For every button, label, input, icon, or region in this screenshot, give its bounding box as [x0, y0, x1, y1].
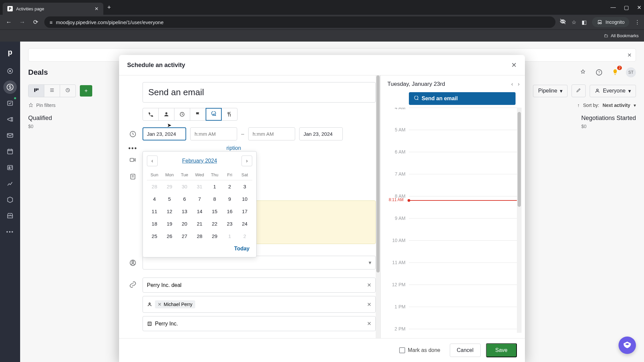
person-chip[interactable]: ✕Michael Perry — [155, 300, 195, 308]
type-task-icon[interactable] — [174, 108, 190, 121]
hour-row[interactable]: 4 AM — [387, 108, 517, 130]
hour-row[interactable]: 11 AM — [387, 262, 517, 285]
calendar-day[interactable]: 18 — [147, 218, 162, 230]
prev-day-button[interactable]: ‹ — [511, 81, 513, 87]
start-date-input[interactable] — [143, 127, 186, 140]
clear-person-icon[interactable]: ✕ — [367, 301, 371, 308]
calendar-day[interactable]: 5 — [162, 193, 177, 205]
calendar-day[interactable]: 3 — [237, 180, 252, 193]
calendar-day[interactable]: 8 — [207, 193, 222, 205]
new-tab-button[interactable]: + — [107, 4, 111, 11]
calendar-day[interactable]: 11 — [147, 205, 162, 218]
hour-row[interactable]: 7 AM — [387, 174, 517, 196]
linked-org-input[interactable]: Perry Inc. ✕ — [143, 316, 376, 331]
mark-as-done-checkbox[interactable]: Mark as done — [399, 347, 440, 353]
end-date-input[interactable] — [299, 127, 343, 140]
calendar-day[interactable]: 26 — [162, 230, 177, 242]
calendar-day[interactable]: 25 — [147, 230, 162, 242]
minimize-icon[interactable]: — — [610, 4, 616, 11]
today-button[interactable]: Today — [147, 242, 252, 253]
type-deadline-icon[interactable] — [190, 108, 206, 121]
activity-name-input[interactable] — [143, 82, 376, 103]
address-bar[interactable]: ≡ moodjoy.pipedrive.com/pipeline/1/user/… — [44, 16, 555, 28]
hour-row[interactable]: 8 AM — [387, 196, 517, 218]
calendar-day[interactable]: 29 — [162, 180, 177, 193]
calendar-day[interactable]: 4 — [147, 193, 162, 205]
back-button[interactable]: ← — [4, 19, 13, 26]
hour-row[interactable]: 10 AM — [387, 240, 517, 262]
prev-month-button[interactable]: ‹ — [147, 156, 158, 166]
calendar-day[interactable]: 20 — [177, 218, 192, 230]
tab-close-icon[interactable]: ✕ — [95, 6, 99, 11]
all-bookmarks-button[interactable]: 🗀 All Bookmarks — [604, 33, 639, 38]
calendar-day[interactable]: 19 — [162, 218, 177, 230]
sidepanel-icon[interactable]: ◧ — [582, 19, 587, 25]
calendar-day[interactable]: 1 — [207, 180, 222, 193]
hour-row[interactable]: 12 PM — [387, 285, 517, 307]
linked-person-input[interactable]: ✕Michael Perry ✕ — [143, 296, 376, 313]
calendar-day[interactable]: 21 — [192, 218, 207, 230]
calendar-day[interactable]: 10 — [237, 193, 252, 205]
hour-row[interactable]: 5 AM — [387, 130, 517, 152]
hour-row[interactable]: 2 PM — [387, 329, 517, 333]
timeline-scrollbar[interactable] — [517, 108, 522, 333]
calendar-day[interactable]: 27 — [177, 230, 192, 242]
type-meeting-icon[interactable] — [158, 108, 174, 121]
calendar-day[interactable]: 22 — [207, 218, 222, 230]
calendar-day[interactable]: 28 — [192, 230, 207, 242]
type-call-icon[interactable] — [143, 108, 159, 121]
more-options-icon[interactable]: ••• — [127, 144, 139, 152]
incognito-eye-icon[interactable] — [559, 18, 566, 26]
calendar-day[interactable]: 23 — [222, 218, 237, 230]
calendar-day[interactable]: 12 — [162, 205, 177, 218]
hour-row[interactable]: 6 AM — [387, 152, 517, 174]
calendar-day[interactable]: 24 — [237, 218, 252, 230]
calendar-day[interactable]: 30 — [177, 180, 192, 193]
timeline[interactable]: 4 AM5 AM6 AM7 AM8 AM9 AM10 AM11 AM12 PM1… — [387, 108, 522, 333]
calendar-day[interactable]: 9 — [222, 193, 237, 205]
linked-deal-input[interactable]: Perry Inc. deal ✕ — [143, 278, 376, 293]
clear-org-icon[interactable]: ✕ — [367, 320, 371, 327]
calendar-day[interactable]: 16 — [222, 205, 237, 218]
calendar-day[interactable]: 7 — [192, 193, 207, 205]
calendar-day[interactable]: 15 — [207, 205, 222, 218]
calendar-day[interactable]: 14 — [192, 205, 207, 218]
owner-select[interactable]: ▾ — [143, 256, 376, 269]
calendar-day[interactable]: 6 — [177, 193, 192, 205]
calendar-day[interactable]: 29 — [207, 230, 222, 242]
reload-button[interactable]: ⟳ — [31, 18, 40, 26]
maximize-icon[interactable]: ▢ — [624, 4, 629, 11]
month-year-label[interactable]: February 2024 — [182, 158, 217, 164]
start-time-input[interactable] — [190, 127, 237, 140]
checkbox-icon[interactable] — [399, 347, 405, 353]
type-email-icon[interactable] — [206, 108, 222, 121]
calendar-day[interactable]: 2 — [222, 180, 237, 193]
hour-row[interactable]: 1 PM — [387, 307, 517, 329]
help-fab[interactable] — [619, 337, 636, 354]
modal-close-button[interactable]: ✕ — [511, 61, 517, 69]
all-day-event[interactable]: Send an email — [409, 92, 516, 105]
calendar-day[interactable]: 17 — [237, 205, 252, 218]
calendar-day[interactable]: 1 — [222, 230, 237, 242]
add-description-link[interactable]: ription — [226, 145, 241, 151]
clear-deal-icon[interactable]: ✕ — [367, 282, 371, 288]
chip-remove-icon[interactable]: ✕ — [158, 302, 162, 307]
browser-tab[interactable]: P Activities page ✕ — [3, 3, 103, 15]
bookmark-star-icon[interactable]: ☆ — [572, 19, 576, 25]
hour-row[interactable]: 9 AM — [387, 218, 517, 240]
calendar-day[interactable]: 13 — [177, 205, 192, 218]
cancel-button[interactable]: Cancel — [450, 344, 481, 357]
next-day-button[interactable]: › — [518, 81, 520, 87]
form-scrollbar[interactable] — [376, 75, 380, 338]
calendar-day[interactable]: 2 — [237, 230, 252, 242]
end-time-input[interactable] — [248, 127, 295, 140]
browser-menu-icon[interactable]: ⋮ — [635, 19, 640, 25]
calendar-day[interactable]: 28 — [147, 180, 162, 193]
next-month-button[interactable]: › — [241, 156, 252, 166]
calendar-day[interactable]: 31 — [192, 180, 207, 193]
site-info-icon[interactable]: ≡ — [50, 19, 53, 25]
incognito-badge[interactable]: Incognito — [592, 17, 629, 27]
type-lunch-icon[interactable] — [221, 108, 237, 121]
close-window-icon[interactable]: ✕ — [637, 4, 641, 11]
save-button[interactable]: Save — [486, 343, 517, 357]
